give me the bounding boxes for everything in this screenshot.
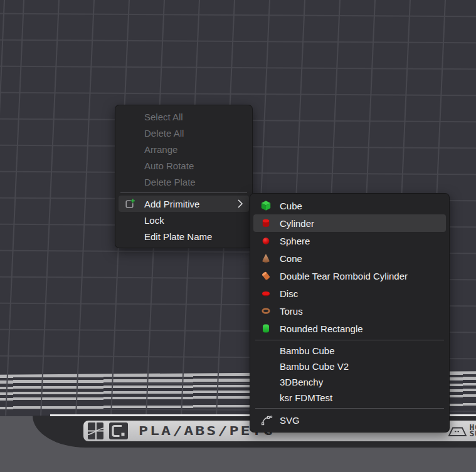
menu-item-label: Bambu Cube V2 bbox=[280, 361, 440, 372]
plate-context-menu: Select AllDelete AllArrangeAuto RotateDe… bbox=[115, 105, 253, 248]
hotbed-badge-text: HOTSU bbox=[470, 425, 476, 437]
menu-item-auto-rotate: Auto Rotate bbox=[119, 157, 249, 174]
disc-icon bbox=[258, 288, 280, 299]
menu-separator bbox=[120, 192, 247, 193]
romboid-cylinder-icon bbox=[258, 270, 280, 281]
menu-item-lock[interactable]: Lock bbox=[119, 212, 249, 228]
menu-item-arrange: Arrange bbox=[119, 141, 249, 157]
menu-item-label: Auto Rotate bbox=[144, 160, 243, 171]
menu-item-label: Delete Plate bbox=[144, 177, 243, 187]
menu-item-label: Cube bbox=[280, 201, 440, 211]
menu-item-label: ksr FDMTest bbox=[280, 392, 440, 403]
menu-item-disc[interactable]: Disc bbox=[253, 285, 446, 302]
menu-item-rounded-rectangle[interactable]: Rounded Rectangle bbox=[253, 320, 446, 337]
menu-item-label: Arrange bbox=[144, 144, 243, 155]
menu-item-label: 3DBenchy bbox=[280, 377, 440, 387]
menu-item-cylinder[interactable]: Cylinder bbox=[253, 214, 446, 232]
add-primitive-icon bbox=[122, 198, 144, 210]
menu-item-label: Lock bbox=[144, 215, 243, 226]
torus-icon bbox=[258, 305, 280, 317]
add-primitive-submenu: CubeCylinderSphereConeDouble Tear Romboi… bbox=[250, 193, 450, 433]
menu-item-label: Bambu Cube bbox=[280, 345, 440, 356]
menu-item-cube[interactable]: Cube bbox=[253, 197, 446, 214]
cylinder-icon bbox=[258, 218, 280, 229]
hotbed-badge: HOTSU bbox=[448, 424, 476, 438]
menu-item-delete-plate: Delete Plate bbox=[119, 174, 249, 190]
sphere-icon bbox=[258, 235, 280, 246]
bambu-logo-icon bbox=[88, 422, 103, 439]
menu-item-double-tear-romboid-cylinder[interactable]: Double Tear Romboid Cylinder bbox=[253, 267, 446, 285]
slicer-3d-viewport: PLA/ABS/PETG HOTSU Select AllDelete AllA… bbox=[0, 0, 476, 472]
menu-item-label: Sphere bbox=[280, 236, 440, 246]
menu-item-label: Rounded Rectangle bbox=[280, 323, 440, 334]
menu-item-sphere[interactable]: Sphere bbox=[253, 232, 446, 249]
menu-item-label: Edit Plate Name bbox=[144, 231, 243, 242]
rounded-rectangle-icon bbox=[258, 323, 280, 334]
menu-item-label: Torus bbox=[280, 306, 440, 317]
menu-item-torus[interactable]: Torus bbox=[253, 302, 446, 320]
cube-icon bbox=[258, 200, 280, 211]
menu-item-label: Cylinder bbox=[280, 218, 440, 229]
menu-item-3dbenchy[interactable]: 3DBenchy bbox=[253, 374, 446, 390]
menu-item-bambu-cube[interactable]: Bambu Cube bbox=[253, 343, 446, 359]
menu-separator bbox=[255, 340, 444, 340]
svg-icon bbox=[258, 414, 280, 426]
chevron-right-icon bbox=[238, 199, 243, 208]
menu-item-label: Add Primitive bbox=[144, 199, 234, 209]
menu-item-edit-plate-name[interactable]: Edit Plate Name bbox=[119, 228, 249, 244]
menu-separator bbox=[255, 408, 444, 409]
menu-item-ksr-fdmtest[interactable]: ksr FDMTest bbox=[253, 390, 446, 406]
menu-item-label: Cone bbox=[280, 253, 440, 264]
menu-item-bambu-cube-v2[interactable]: Bambu Cube V2 bbox=[253, 359, 446, 374]
menu-item-label: Select All bbox=[144, 112, 243, 122]
cone-icon bbox=[258, 253, 280, 264]
menu-item-select-all: Select All bbox=[119, 108, 249, 125]
menu-item-label: Double Tear Romboid Cylinder bbox=[280, 271, 440, 281]
menu-item-label: Delete All bbox=[144, 128, 243, 139]
menu-item-cone[interactable]: Cone bbox=[253, 249, 446, 267]
menu-item-delete-all: Delete All bbox=[119, 125, 249, 141]
menu-item-svg[interactable]: SVG bbox=[253, 411, 446, 429]
hotbed-icon bbox=[448, 426, 467, 437]
menu-item-label: Disc bbox=[280, 288, 440, 299]
menu-item-add-primitive[interactable]: Add Primitive bbox=[119, 196, 249, 212]
menu-item-label: SVG bbox=[280, 415, 440, 426]
plate-marker-icon bbox=[109, 422, 128, 439]
